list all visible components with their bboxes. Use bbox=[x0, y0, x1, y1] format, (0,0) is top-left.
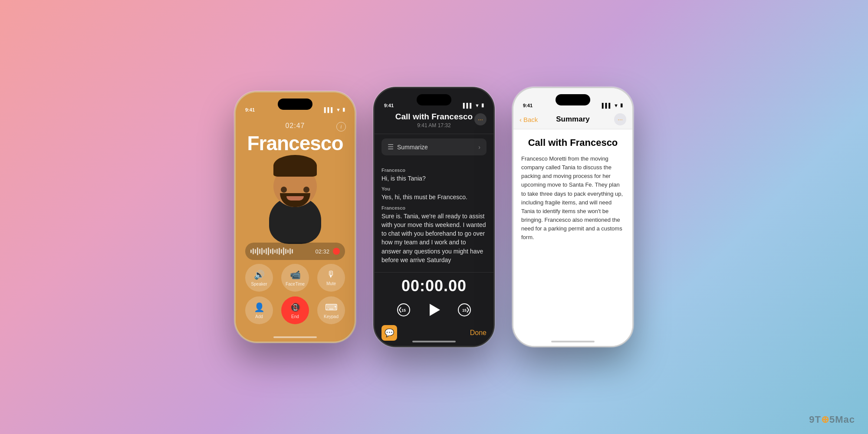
summarize-icon: ☰ bbox=[388, 143, 394, 151]
caller-name: Francesco bbox=[247, 132, 343, 155]
call-timer: 02:47 bbox=[285, 122, 305, 130]
summarize-label: Summarize bbox=[397, 144, 428, 151]
watermark: 9T⊕5Mac bbox=[809, 414, 855, 425]
keypad-icon: ⌨ bbox=[325, 302, 338, 312]
caller-avatar bbox=[258, 157, 332, 244]
status-icons-1: ▌▌▌ ▼ ▮ bbox=[324, 107, 345, 112]
add-icon: 👤 bbox=[254, 302, 265, 312]
mute-icon: 🎙 bbox=[327, 270, 335, 279]
dynamic-island-3 bbox=[556, 94, 590, 105]
wifi-icon-2: ▼ bbox=[475, 103, 480, 108]
battery-icon-2: ▮ bbox=[481, 102, 484, 108]
svg-marker-2 bbox=[430, 304, 440, 316]
signal-icon-3: ▌▌▌ bbox=[602, 103, 612, 108]
memoji-eye-right bbox=[303, 187, 309, 193]
options-button-2[interactable]: ··· bbox=[474, 113, 487, 125]
home-indicator-3 bbox=[551, 341, 595, 342]
status-time-3: 9:41 bbox=[523, 103, 533, 108]
keypad-label: Keypad bbox=[324, 314, 339, 319]
transcript-line-3: Sure is. Tania, we're all ready to assis… bbox=[381, 212, 487, 265]
phone3-navbar: ‹ Back Summary ··· bbox=[513, 110, 632, 129]
back-chevron-icon: ‹ bbox=[519, 116, 522, 123]
watermark-text: 9T bbox=[809, 414, 821, 425]
record-dot bbox=[333, 248, 340, 255]
info-icon[interactable]: i bbox=[336, 122, 346, 132]
speaker-label: Speaker bbox=[251, 282, 267, 286]
call-buttons-row2: 👤 Add 📵 End ⌨ Keypad bbox=[245, 296, 345, 324]
waveform bbox=[250, 247, 312, 256]
end-icon: 📵 bbox=[290, 302, 301, 312]
signal-icon-1: ▌▌▌ bbox=[324, 107, 334, 112]
add-button[interactable]: 👤 Add bbox=[245, 296, 273, 324]
playback-controls: 15 15 bbox=[396, 300, 472, 319]
summary-text: Francesco Moretti from the moving compan… bbox=[521, 155, 625, 242]
wifi-icon-3: ▼ bbox=[614, 103, 618, 108]
battery-icon-1: ▮ bbox=[342, 107, 345, 112]
back-label: Back bbox=[523, 116, 538, 123]
summarize-bar[interactable]: ☰ Summarize › bbox=[381, 138, 487, 155]
memoji-hair-top bbox=[273, 155, 317, 177]
feedback-icon[interactable]: 💬 bbox=[381, 325, 397, 341]
speaker-3-label: Francesco bbox=[381, 205, 487, 210]
battery-icon-3: ▮ bbox=[620, 102, 623, 108]
memoji-eye-left bbox=[281, 187, 287, 193]
speaker-1-label: Francesco bbox=[381, 168, 487, 173]
phone-1: 9:41 ▌▌▌ ▼ ▮ i 02:47 Francesco bbox=[234, 91, 356, 343]
done-button[interactable]: Done bbox=[470, 329, 487, 337]
transcript-line-1: Hi, is this Tania? bbox=[381, 174, 487, 183]
recording-timer: 02:32 bbox=[315, 248, 329, 255]
phone2-subtitle: 9:41 AM 17:32 bbox=[383, 122, 485, 128]
skip-back-button[interactable]: 15 bbox=[396, 302, 411, 318]
svg-text:15: 15 bbox=[401, 308, 406, 312]
facetime-label: FaceTime bbox=[286, 282, 305, 286]
transcript-line-2: Yes, hi, this must be Francesco. bbox=[381, 193, 487, 201]
summarize-chevron-icon: › bbox=[478, 144, 480, 151]
phone2-title: Call with Francesco bbox=[383, 112, 485, 122]
play-button[interactable] bbox=[424, 300, 444, 319]
playback-time: 00:00.00 bbox=[401, 277, 467, 295]
skip-back-icon: 15 bbox=[397, 303, 411, 317]
phone-1-screen: 9:41 ▌▌▌ ▼ ▮ i 02:47 Francesco bbox=[236, 92, 355, 342]
watermark-text-2: 5Mac bbox=[829, 414, 855, 425]
speaker-icon: 🔊 bbox=[254, 270, 265, 280]
status-icons-3: ▌▌▌ ▼ ▮ bbox=[602, 102, 623, 108]
end-call-button[interactable]: 📵 End bbox=[281, 296, 309, 324]
options-button-3[interactable]: ··· bbox=[614, 113, 626, 125]
back-button[interactable]: ‹ Back bbox=[519, 116, 538, 123]
end-label: End bbox=[291, 314, 299, 319]
facetime-button[interactable]: 📹 FaceTime bbox=[281, 264, 309, 292]
phone-2-screen: 9:41 ▌▌▌ ▼ ▮ Call with Francesco 9:41 AM… bbox=[375, 88, 493, 346]
skip-forward-button[interactable]: 15 bbox=[457, 302, 472, 318]
summarize-left: ☰ Summarize bbox=[388, 143, 428, 151]
speaker-button[interactable]: 🔊 Speaker bbox=[245, 264, 273, 292]
status-time-2: 9:41 bbox=[384, 103, 394, 108]
recording-bar: 02:32 bbox=[245, 243, 345, 260]
facetime-icon: 📹 bbox=[290, 270, 301, 280]
transcript-area: Francesco Hi, is this Tania? You Yes, hi… bbox=[375, 160, 493, 272]
home-indicator-1 bbox=[273, 336, 317, 338]
speaker-2-label: You bbox=[381, 186, 487, 191]
memoji-mouth bbox=[286, 196, 304, 201]
mute-label: Mute bbox=[326, 281, 336, 286]
home-indicator-2 bbox=[412, 341, 456, 342]
svg-text:15: 15 bbox=[462, 308, 467, 312]
nav-title: Summary bbox=[556, 115, 589, 124]
status-time-1: 9:41 bbox=[245, 107, 255, 112]
signal-icon-2: ▌▌▌ bbox=[463, 103, 473, 108]
wifi-icon-1: ▼ bbox=[336, 107, 341, 112]
keypad-button[interactable]: ⌨ Keypad bbox=[317, 296, 345, 324]
phone3-body: Call with Francesco Francesco Moretti fr… bbox=[513, 129, 632, 346]
dynamic-island-1 bbox=[278, 99, 312, 110]
skip-forward-icon: 15 bbox=[457, 303, 471, 317]
add-label: Add bbox=[255, 314, 263, 319]
phone-3-screen: 9:41 ▌▌▌ ▼ ▮ ‹ Back Summary ··· Call wit… bbox=[513, 88, 632, 346]
status-icons-2: ▌▌▌ ▼ ▮ bbox=[463, 102, 484, 108]
playback-section: 00:00.00 15 15 bbox=[375, 272, 493, 322]
call-buttons-row1: 🔊 Speaker 📹 FaceTime 🎙 Mute bbox=[245, 264, 345, 292]
phone-2: 9:41 ▌▌▌ ▼ ▮ Call with Francesco 9:41 AM… bbox=[373, 87, 495, 347]
summary-call-title: Call with Francesco bbox=[521, 137, 625, 148]
play-icon bbox=[426, 302, 442, 318]
watermark-circle: ⊕ bbox=[821, 414, 829, 425]
mute-button[interactable]: 🎙 Mute bbox=[317, 264, 345, 292]
dynamic-island-2 bbox=[417, 94, 451, 105]
